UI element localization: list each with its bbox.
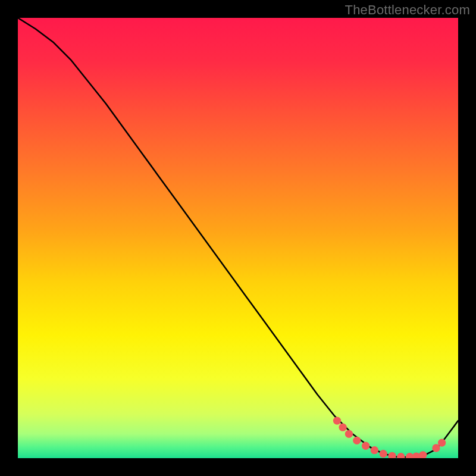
marker-dot xyxy=(353,437,361,444)
marker-dot xyxy=(371,446,378,454)
highlight-markers xyxy=(333,416,446,458)
marker-dot xyxy=(380,450,387,458)
plot-area xyxy=(18,18,458,458)
marker-dot xyxy=(362,442,369,450)
main-curve xyxy=(18,18,458,458)
marker-dot xyxy=(339,424,346,431)
marker-dot xyxy=(438,439,446,446)
attribution-label: TheBottlenecker.com xyxy=(345,2,470,18)
marker-dot xyxy=(345,430,353,438)
curve-layer xyxy=(18,18,458,458)
marker-dot xyxy=(333,416,341,424)
marker-dot xyxy=(388,452,396,458)
marker-dot xyxy=(397,453,405,458)
marker-dot xyxy=(419,451,427,458)
chart-frame: TheBottlenecker.com xyxy=(0,0,476,476)
